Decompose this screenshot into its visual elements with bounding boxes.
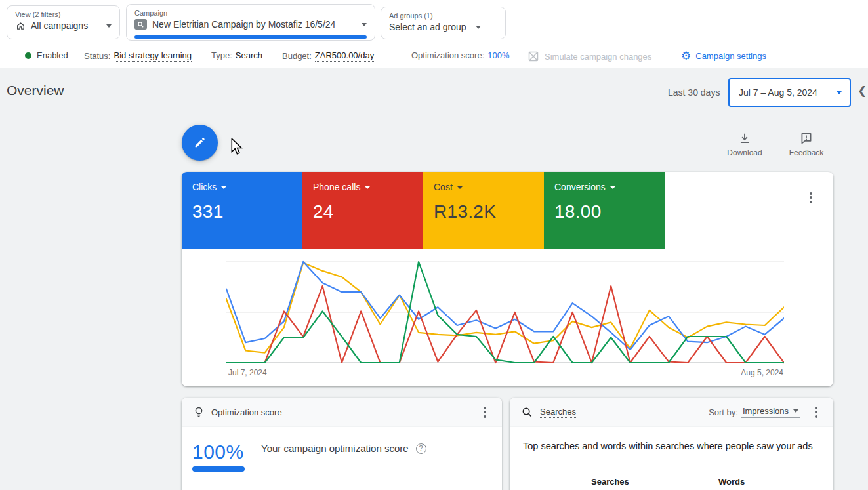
- chevron-down-icon: [106, 24, 112, 28]
- download-label: Download: [727, 148, 762, 157]
- campaign-active-underline: [134, 35, 367, 39]
- view-filter-value[interactable]: All campaigns: [31, 20, 88, 31]
- status-label: Status:: [84, 51, 110, 61]
- chevron-down-icon: [362, 23, 367, 26]
- budget-value[interactable]: ZAR500.00/day: [315, 51, 374, 62]
- metric-tile-phone-calls[interactable]: Phone calls 24: [302, 172, 423, 249]
- metric-value: 18.00: [554, 201, 654, 222]
- campaign-selector-label: Campaign: [134, 9, 367, 17]
- metric-label: Cost: [434, 182, 453, 192]
- chevron-down-icon: [837, 91, 842, 94]
- help-icon[interactable]: ?: [416, 443, 426, 454]
- search-icon: [522, 407, 533, 418]
- feedback-icon: [799, 131, 814, 146]
- optimization-card-menu-button[interactable]: [480, 403, 490, 420]
- download-button[interactable]: Download: [724, 131, 765, 157]
- budget-field: Budget: ZAR500.00/day: [282, 51, 374, 62]
- view-filter-selector[interactable]: View (2 filters) All campaigns: [7, 5, 120, 39]
- simulate-icon: [527, 51, 539, 62]
- chart-card-menu-button[interactable]: [806, 189, 816, 206]
- chevron-down-icon: [221, 186, 226, 189]
- chevron-down-icon: [457, 186, 463, 189]
- campaign-selector-value: New Eletritian Campaign by Mostafiz 16/5…: [152, 19, 335, 30]
- feedback-label: Feedback: [789, 148, 824, 157]
- searches-card-title: Searches: [540, 407, 576, 418]
- x-axis-end-label: Aug 5, 2024: [741, 368, 783, 377]
- campaign-settings-label: Campaign settings: [695, 51, 766, 61]
- searches-card: Searches Sort by: Impressions Top search…: [510, 398, 833, 490]
- status-field: Status: Bid strategy learning: [84, 51, 192, 62]
- feedback-button[interactable]: Feedback: [785, 131, 828, 157]
- simulate-label: Simulate campaign changes: [545, 52, 651, 62]
- chevron-down-icon: [365, 186, 370, 189]
- enabled-dot-icon: [25, 52, 31, 59]
- home-icon: [15, 20, 26, 31]
- view-filter-label: View (2 filters): [15, 10, 112, 18]
- metric-label: Phone calls: [313, 182, 360, 192]
- sort-by-label: Sort by:: [709, 407, 738, 417]
- metric-value: 24: [313, 201, 413, 222]
- lightbulb-icon: [194, 406, 204, 418]
- download-icon: [737, 131, 752, 146]
- optimization-score-card: Optimization score 100% Your campaign op…: [182, 398, 502, 490]
- optimization-card-title: Optimization score: [211, 407, 282, 417]
- optimization-score-value[interactable]: 100%: [487, 51, 509, 60]
- metric-strip: Clicks 331 Phone calls 24 Cost R13.2K Co…: [182, 172, 833, 249]
- optimization-score-progress-bar: [192, 466, 245, 472]
- simulate-campaign-changes-button[interactable]: Simulate campaign changes: [527, 51, 651, 62]
- metric-value: 331: [192, 201, 292, 222]
- ad-group-selector-label: Ad groups (1): [389, 12, 497, 20]
- campaign-status-chip[interactable]: Enabled: [25, 51, 68, 60]
- collapse-panel-chevron-icon[interactable]: ❮: [858, 84, 867, 98]
- metric-tile-cost[interactable]: Cost R13.2K: [423, 172, 544, 249]
- column-header-searches: Searches: [591, 477, 629, 487]
- date-range-picker[interactable]: Jul 7 – Aug 5, 2024: [728, 78, 851, 107]
- campaign-selector[interactable]: Campaign New Eletritian Campaign by Most…: [126, 4, 375, 41]
- searches-card-header: Searches Sort by: Impressions: [510, 398, 833, 427]
- metric-label: Conversions: [554, 182, 606, 192]
- metric-tile-conversions[interactable]: Conversions 18.00: [544, 172, 665, 249]
- optimization-caption-text: Your campaign optimization score: [261, 443, 409, 454]
- column-header-words: Words: [718, 477, 745, 487]
- metric-value: R13.2K: [434, 201, 533, 222]
- chevron-down-icon: [793, 409, 798, 413]
- optimization-score-value: 100%: [192, 441, 244, 463]
- ad-group-selector-value: Select an ad group: [389, 22, 466, 32]
- sort-by-value: Impressions: [743, 406, 789, 416]
- top-toolbar: View (2 filters) All campaigns Campaign …: [0, 0, 868, 68]
- chevron-down-icon: [476, 26, 481, 29]
- ad-group-selector[interactable]: Ad groups (1) Select an ad group: [381, 7, 506, 39]
- budget-label: Budget:: [282, 51, 312, 61]
- search-campaign-icon: [134, 19, 147, 30]
- chevron-down-icon: [610, 186, 615, 189]
- date-preset-label: Last 30 days: [668, 87, 720, 98]
- enabled-label: Enabled: [37, 51, 68, 60]
- page-title: Overview: [7, 83, 64, 98]
- sort-by-control: Sort by: Impressions: [709, 406, 800, 418]
- optimization-score-caption: Your campaign optimization score ?: [261, 443, 426, 454]
- metric-label: Clicks: [192, 182, 217, 192]
- status-value[interactable]: Bid strategy learning: [114, 51, 192, 62]
- type-value: Search: [236, 51, 262, 60]
- type-field: Type: Search: [211, 51, 262, 60]
- overview-scorecard-chart-card: Clicks 331 Phone calls 24 Cost R13.2K Co…: [182, 172, 833, 386]
- optimization-card-header: Optimization score: [182, 398, 502, 427]
- campaign-settings-button[interactable]: ⚙ Campaign settings: [681, 51, 766, 62]
- trend-line-chart: [226, 258, 784, 369]
- sort-by-dropdown[interactable]: Impressions: [741, 406, 800, 418]
- x-axis-start-label: Jul 7, 2024: [228, 368, 267, 377]
- optimization-score-field: Optimization score: 100%: [411, 51, 510, 60]
- date-range-value: Jul 7 – Aug 5, 2024: [739, 87, 817, 98]
- mouse-cursor: [230, 138, 243, 156]
- gear-icon: ⚙: [681, 51, 691, 62]
- metric-tile-clicks[interactable]: Clicks 331: [182, 172, 302, 249]
- optimization-score-label: Optimization score:: [411, 51, 484, 60]
- searches-card-menu-button[interactable]: [811, 403, 821, 420]
- type-label: Type:: [211, 51, 232, 60]
- pencil-icon: [193, 136, 207, 150]
- edit-fab-button[interactable]: [182, 125, 218, 161]
- searches-description: Top searches and words within searches w…: [523, 439, 813, 453]
